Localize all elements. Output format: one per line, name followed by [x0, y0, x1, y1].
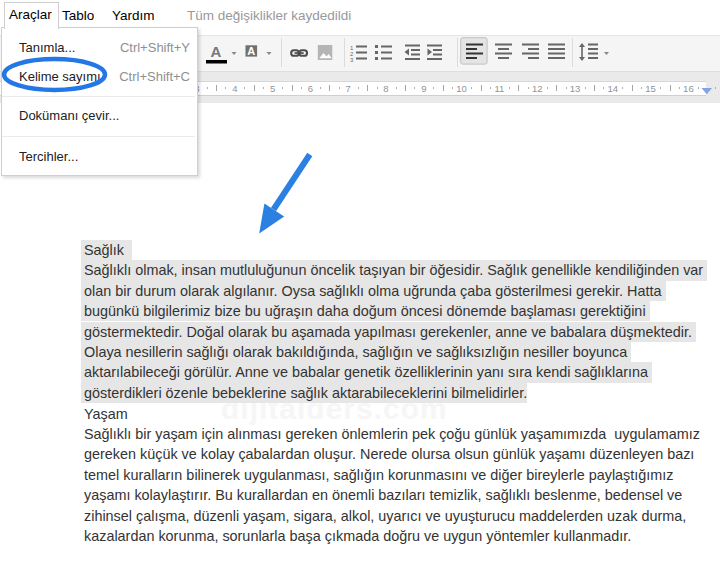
svg-text:A: A	[211, 43, 222, 60]
svg-text:A: A	[247, 45, 255, 57]
svg-text:3: 3	[350, 57, 354, 63]
